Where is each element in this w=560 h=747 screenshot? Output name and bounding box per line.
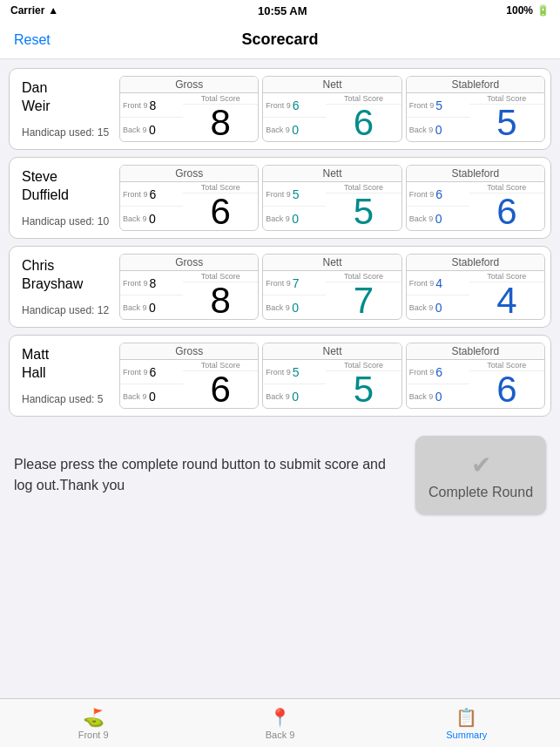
nav-bar: Reset Scorecard xyxy=(0,21,560,59)
stableford-body-3: Front 9 6 Back 9 0 Total Score 6 xyxy=(407,360,544,408)
gross-total-val-0: 8 xyxy=(210,105,230,141)
stableford-front9-label-3: Front 9 xyxy=(409,368,435,377)
stableford-total-val-2: 4 xyxy=(496,282,516,319)
gross-sub-scores-1: Front 9 6 Back 9 0 xyxy=(120,182,183,230)
nett-header-3: Nett xyxy=(263,343,401,360)
tab-icon-back9: 📍 xyxy=(269,707,291,728)
player-name-line: Chris xyxy=(22,258,54,273)
stableford-front9-row-0: Front 9 5 xyxy=(407,93,469,118)
player-name-line: Hall xyxy=(22,365,46,380)
stableford-back9-row-1: Back 9 0 xyxy=(407,207,469,230)
tab-summary[interactable]: 📋 Summary xyxy=(374,699,560,747)
gross-back9-row-1: Back 9 0 xyxy=(120,207,183,230)
player-name-line: Dan xyxy=(22,80,47,95)
stableford-header-3: Stableford xyxy=(407,343,544,360)
player-name-3: MattHall xyxy=(22,346,112,383)
gross-body-2: Front 9 8 Back 9 0 Total Score 8 xyxy=(120,271,258,319)
gross-total-1: Total Score 6 xyxy=(183,182,258,230)
player-handicap-0: Handicap used: 15 xyxy=(22,123,112,139)
gross-front9-row-0: Front 9 8 xyxy=(120,93,183,118)
nett-body-1: Front 9 5 Back 9 0 Total Score 5 xyxy=(263,182,401,230)
player-card-3: MattHall Handicap used: 5 Gross Front 9 … xyxy=(9,335,551,417)
scorecard-area: DanWeir Handicap used: 15 Gross Front 9 … xyxy=(0,59,560,425)
tab-icon-summary: 📋 xyxy=(455,707,477,728)
player-name-line: Duffield xyxy=(22,187,69,202)
stableford-total-val-0: 5 xyxy=(496,105,516,141)
stableford-section-1: Stableford Front 9 6 Back 9 0 Total Sc xyxy=(406,165,545,231)
gross-sub-scores-3: Front 9 6 Back 9 0 xyxy=(120,360,183,408)
nett-sub-scores-0: Front 9 6 Back 9 0 xyxy=(263,93,326,141)
bottom-text: Please press the complete round button t… xyxy=(14,454,401,496)
stableford-back9-row-0: Back 9 0 xyxy=(407,118,469,141)
gross-back9-label-1: Back 9 xyxy=(123,214,147,223)
status-right: 100% 🔋 xyxy=(506,4,550,17)
nett-body-3: Front 9 5 Back 9 0 Total Score 5 xyxy=(263,360,401,408)
stableford-front9-row-1: Front 9 6 xyxy=(407,182,469,207)
page-title: Scorecard xyxy=(241,31,318,49)
nett-total-val-0: 6 xyxy=(354,105,374,141)
reset-button[interactable]: Reset xyxy=(14,32,51,48)
nett-back9-row-2: Back 9 0 xyxy=(263,295,326,319)
player-name-line: Matt xyxy=(22,347,49,362)
player-info-3: MattHall Handicap used: 5 xyxy=(15,343,119,409)
nett-front9-row-0: Front 9 6 xyxy=(263,93,326,118)
nett-total-3: Total Score 5 xyxy=(326,360,401,408)
player-name-line: Steve xyxy=(22,169,57,184)
stableford-back9-val-0: 0 xyxy=(435,123,442,137)
nett-back9-val-1: 0 xyxy=(292,212,299,226)
tab-front9[interactable]: ⛳ Front 9 xyxy=(0,699,186,747)
status-bar: Carrier ▲ 10:55 AM 100% 🔋 xyxy=(0,0,560,21)
score-sections-2: Gross Front 9 8 Back 9 0 Total Score xyxy=(119,254,545,320)
nett-total-val-3: 5 xyxy=(354,371,374,408)
stableford-body-1: Front 9 6 Back 9 0 Total Score 6 xyxy=(407,182,544,230)
stableford-front9-row-3: Front 9 6 xyxy=(407,360,469,384)
score-sections-1: Gross Front 9 6 Back 9 0 Total Score xyxy=(119,165,545,231)
stableford-back9-label-1: Back 9 xyxy=(409,214,434,223)
nett-back9-label-1: Back 9 xyxy=(266,214,290,223)
gross-front9-val-1: 6 xyxy=(150,187,157,201)
player-info-2: ChrisBrayshaw Handicap used: 12 xyxy=(15,254,119,320)
tab-bar: ⛳ Front 9 📍 Back 9 📋 Summary xyxy=(0,698,560,747)
nett-front9-val-2: 7 xyxy=(293,276,300,290)
gross-front9-row-2: Front 9 8 xyxy=(120,271,183,295)
stableford-total-1: Total Score 6 xyxy=(469,182,544,230)
stableford-front9-val-2: 4 xyxy=(435,276,442,290)
nett-back9-row-0: Back 9 0 xyxy=(263,118,326,141)
stableford-front9-label-0: Front 9 xyxy=(409,101,435,110)
stableford-section-2: Stableford Front 9 4 Back 9 0 Total Sc xyxy=(406,254,545,320)
nett-section-2: Nett Front 9 7 Back 9 0 Total Score xyxy=(262,254,401,320)
nett-back9-row-3: Back 9 0 xyxy=(263,384,326,408)
nett-front9-val-1: 5 xyxy=(293,187,300,201)
gross-front9-label-3: Front 9 xyxy=(123,368,148,377)
gross-total-val-1: 6 xyxy=(210,194,230,230)
gross-front9-val-2: 8 xyxy=(150,276,157,290)
gross-section-0: Gross Front 9 8 Back 9 0 Total Score xyxy=(119,76,259,142)
stableford-total-2: Total Score 4 xyxy=(469,271,544,319)
gross-back9-label-0: Back 9 xyxy=(123,126,147,134)
stableford-section-0: Stableford Front 9 5 Back 9 0 Total Sc xyxy=(406,76,545,142)
player-name-1: SteveDuffield xyxy=(22,168,112,205)
gross-header-2: Gross xyxy=(120,255,258,271)
tab-back9[interactable]: 📍 Back 9 xyxy=(186,699,373,747)
complete-round-button[interactable]: ✔ Complete Round xyxy=(415,436,546,514)
gross-back9-val-0: 0 xyxy=(149,123,156,137)
gross-back9-row-2: Back 9 0 xyxy=(120,295,183,319)
gross-total-0: Total Score 8 xyxy=(183,93,258,141)
stableford-front9-val-3: 6 xyxy=(435,365,442,379)
stableford-header-0: Stableford xyxy=(407,77,544,93)
tab-label-back9: Back 9 xyxy=(266,730,295,740)
stableford-back9-val-1: 0 xyxy=(435,212,442,226)
stableford-front9-label-2: Front 9 xyxy=(409,279,435,288)
gross-front9-label-1: Front 9 xyxy=(123,190,148,199)
nett-section-0: Nett Front 9 6 Back 9 0 Total Score xyxy=(262,76,401,142)
gross-front9-label-2: Front 9 xyxy=(123,279,148,288)
gross-back9-val-1: 0 xyxy=(149,212,156,226)
gross-back9-label-3: Back 9 xyxy=(123,392,147,401)
stableford-body-2: Front 9 4 Back 9 0 Total Score 4 xyxy=(407,271,544,319)
nett-section-3: Nett Front 9 5 Back 9 0 Total Score xyxy=(262,343,401,409)
stableford-total-3: Total Score 6 xyxy=(469,360,544,408)
stableford-total-val-3: 6 xyxy=(496,371,516,408)
gross-sub-scores-2: Front 9 8 Back 9 0 xyxy=(120,271,183,319)
stableford-section-3: Stableford Front 9 6 Back 9 0 Total Sc xyxy=(406,343,545,409)
nett-front9-label-3: Front 9 xyxy=(266,368,291,377)
